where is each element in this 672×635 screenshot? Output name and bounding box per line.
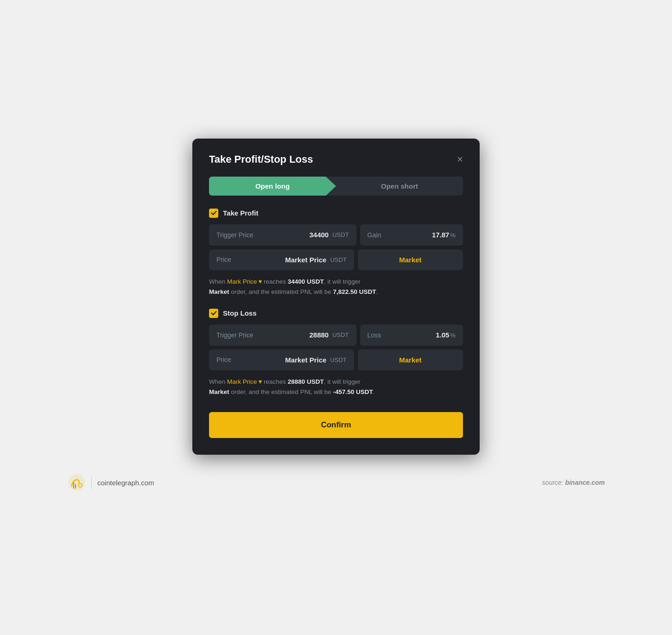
trigger-price-label-sl: Trigger Price bbox=[216, 331, 254, 339]
trigger-price-value-sl: 28880 bbox=[309, 331, 329, 339]
price-label-sl: Price bbox=[216, 356, 231, 363]
price-value-tp: Market Price bbox=[285, 256, 326, 264]
gain-label: Gain bbox=[368, 231, 381, 239]
take-profit-description: When Mark Price ▾ reaches 34400 USDT, it… bbox=[209, 277, 463, 298]
svg-point-0 bbox=[68, 474, 85, 491]
confirm-button[interactable]: Confirm bbox=[209, 412, 463, 438]
trigger-price-value: 34400 bbox=[309, 231, 329, 239]
modal-title: Take Profit/Stop Loss bbox=[209, 153, 313, 165]
price-label-tp: Price bbox=[216, 256, 231, 263]
price-unit-tp: USDT bbox=[330, 256, 346, 263]
desc-suffix2-sl: . bbox=[373, 388, 375, 395]
trigger-price-unit-sl: USDT bbox=[332, 331, 349, 338]
desc-mid-sl: reaches bbox=[262, 378, 288, 385]
tab-open-short[interactable]: Open short bbox=[336, 177, 463, 196]
desc-prefix-tp: When bbox=[209, 278, 227, 285]
stop-loss-price-row: Price Market Price USDT Market bbox=[209, 349, 463, 370]
stop-loss-market-label: Market bbox=[399, 356, 421, 364]
take-profit-section: Take Profit Trigger Price 34400 USDT Gai… bbox=[209, 209, 463, 298]
tab-open-long[interactable]: Open long bbox=[209, 177, 336, 196]
loss-value-display: 1.05% bbox=[436, 331, 456, 339]
take-profit-header: Take Profit bbox=[209, 209, 463, 218]
stop-loss-header: Stop Loss bbox=[209, 309, 463, 318]
take-profit-gain-field: Gain 17.87% bbox=[360, 224, 463, 246]
desc-price-tp: 34400 USDT bbox=[288, 278, 324, 285]
footer-domain: cointelegraph.com bbox=[97, 479, 154, 487]
gain-value: 17.87 bbox=[432, 231, 450, 239]
take-profit-price-field[interactable]: Price Market Price USDT bbox=[209, 249, 354, 270]
take-profit-trigger-field[interactable]: Trigger Price 34400 USDT bbox=[209, 224, 356, 246]
modal-header: Take Profit/Stop Loss × bbox=[209, 153, 463, 165]
modal-container: Take Profit/Stop Loss × Open long Open s… bbox=[192, 139, 480, 455]
footer-source-name: binance.com bbox=[565, 479, 605, 486]
desc-suffix-sl: , it will trigger bbox=[324, 378, 361, 385]
trigger-price-unit: USDT bbox=[332, 231, 349, 238]
stop-loss-trigger-field[interactable]: Trigger Price 28880 USDT bbox=[209, 324, 356, 346]
close-button[interactable]: × bbox=[457, 154, 463, 165]
desc-prefix-sl: When bbox=[209, 378, 227, 385]
take-profit-trigger-row: Trigger Price 34400 USDT Gain 17.87% bbox=[209, 224, 463, 246]
footer: cointelegraph.com source: binance.com bbox=[58, 464, 614, 496]
take-profit-label: Take Profit bbox=[223, 209, 258, 217]
stop-loss-label: Stop Loss bbox=[223, 309, 257, 317]
loss-label: Loss bbox=[368, 331, 381, 339]
stop-loss-price-field[interactable]: Price Market Price USDT bbox=[209, 349, 354, 370]
desc-suffix-tp: , it will trigger bbox=[324, 278, 361, 285]
footer-divider bbox=[91, 476, 92, 489]
price-field-right-sl: Market Price USDT bbox=[285, 356, 347, 364]
take-profit-market-button[interactable]: Market bbox=[358, 249, 463, 270]
loss-value: 1.05 bbox=[436, 331, 449, 339]
desc-mid2-sl: order, and the estimated PNL will be bbox=[229, 388, 333, 395]
take-profit-price-row: Price Market Price USDT Market bbox=[209, 249, 463, 270]
loss-unit: % bbox=[450, 332, 456, 339]
footer-left: cointelegraph.com bbox=[67, 473, 154, 492]
gain-unit: % bbox=[450, 232, 456, 239]
trigger-price-right: 34400 USDT bbox=[309, 231, 349, 239]
desc-pnl-tp: 7,822.50 USDT bbox=[333, 288, 376, 295]
cointelegraph-logo-icon bbox=[67, 473, 86, 492]
desc-pnl-sl: -457.50 USDT bbox=[333, 388, 373, 395]
stop-loss-checkbox[interactable] bbox=[209, 309, 218, 318]
footer-source: source: binance.com bbox=[542, 479, 605, 486]
take-profit-market-label: Market bbox=[399, 256, 421, 264]
price-value-sl: Market Price bbox=[285, 356, 326, 364]
stop-loss-section: Stop Loss Trigger Price 28880 USDT Loss … bbox=[209, 309, 463, 398]
trigger-price-label: Trigger Price bbox=[216, 231, 254, 239]
desc-mark-tp: Mark Price ▾ bbox=[227, 278, 262, 285]
price-field-right-tp: Market Price USDT bbox=[285, 256, 347, 264]
desc-mid-tp: reaches bbox=[262, 278, 288, 285]
trigger-price-right-sl: 28880 USDT bbox=[309, 331, 349, 339]
desc-order-sl: Market bbox=[209, 388, 229, 395]
desc-mark-sl: Mark Price ▾ bbox=[227, 378, 262, 385]
tab-switcher: Open long Open short bbox=[209, 177, 463, 196]
desc-price-sl: 28880 USDT bbox=[288, 378, 324, 385]
stop-loss-description: When Mark Price ▾ reaches 28880 USDT, it… bbox=[209, 377, 463, 398]
take-profit-checkbox[interactable] bbox=[209, 209, 218, 218]
stop-loss-loss-field: Loss 1.05% bbox=[360, 324, 463, 346]
price-unit-sl: USDT bbox=[330, 356, 346, 363]
desc-suffix2-tp: . bbox=[376, 288, 378, 295]
stop-loss-trigger-row: Trigger Price 28880 USDT Loss 1.05% bbox=[209, 324, 463, 346]
stop-loss-market-button[interactable]: Market bbox=[358, 349, 463, 370]
desc-mid2-tp: order, and the estimated PNL will be bbox=[229, 288, 333, 295]
gain-value-display: 17.87% bbox=[432, 231, 456, 239]
desc-order-tp: Market bbox=[209, 288, 229, 295]
